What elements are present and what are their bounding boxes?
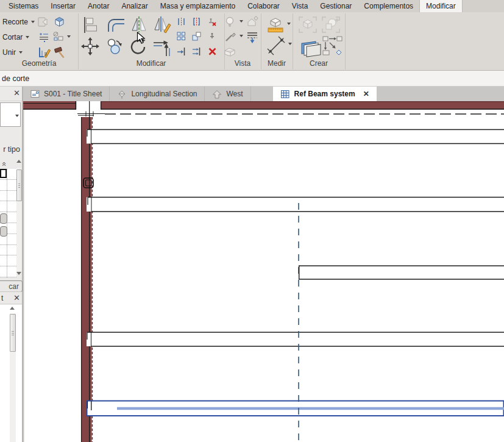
edit-type-button[interactable]: r tipo [3,145,20,154]
measure-button[interactable] [266,15,285,34]
unpin-button[interactable] [207,17,217,26]
move-button[interactable] [80,37,100,56]
view-tab-label: Longitudinal Section [131,90,197,98]
chevron-down-icon[interactable] [240,35,243,37]
parallel-walls-icon [299,35,322,57]
view-tab-west[interactable]: West [205,87,250,101]
create-similar-button[interactable] [321,15,341,34]
wall-section-top-left[interactable] [23,101,76,110]
offset-button[interactable] [106,16,127,34]
wall-section-top-right[interactable] [101,101,504,110]
level-line[interactable] [77,112,504,117]
selected-cell[interactable] [0,169,7,178]
move-icon [80,37,100,56]
scale-icon [192,32,201,41]
delete-button[interactable] [208,47,217,56]
copy-button[interactable] [106,38,124,56]
cell-button[interactable] [0,226,7,237]
beam-1[interactable] [87,130,504,144]
browser-scrollbar[interactable] [10,313,16,442]
grid-scrollbar[interactable] [16,168,22,271]
scale-button[interactable] [192,32,201,41]
beam-4[interactable] [87,332,504,346]
trim-extend-multiple-button[interactable] [192,47,201,56]
tab-colaborar[interactable]: Colaborar [241,0,286,12]
align-icon [82,16,100,34]
tab-analizar[interactable]: Analizar [115,0,154,12]
tab-insertar[interactable]: Insertar [44,0,82,12]
dimension-text-icon [38,31,50,42]
dimension-button[interactable] [266,35,286,56]
copy-monitor-button[interactable] [52,31,65,42]
override-graphics-button[interactable] [224,30,236,43]
scroll-down-button[interactable] [16,272,21,275]
mirror-draw-icon [152,15,172,34]
scroll-up-button[interactable] [16,160,21,163]
render-button[interactable] [246,15,259,29]
trim-extend-multiple-icon [192,47,201,56]
tab-masa-y-emplazamiento[interactable]: Masa y emplazamiento [154,0,241,12]
chevron-down-icon[interactable] [15,115,19,117]
beam-2[interactable] [87,198,504,212]
mirror-draw-axis-button[interactable] [152,15,172,34]
tab-vista[interactable]: Vista [286,0,314,12]
copy-monitor-icon [52,31,65,42]
scroll-up-button[interactable] [10,307,15,310]
project-browser-header: t ✕ [0,291,22,304]
linework-button[interactable] [246,30,259,44]
tab-complementos[interactable]: Complementos [358,0,419,12]
paste-button[interactable] [37,16,49,28]
close-properties-icon[interactable]: ✕ [13,89,20,98]
chevron-down-icon[interactable] [67,35,71,38]
drawing-canvas[interactable] [23,101,504,442]
array-button[interactable] [177,32,186,41]
selected-beam-system[interactable] [87,401,504,416]
unir-button[interactable]: Unir [2,46,23,59]
lightbulb-icon [224,16,236,28]
align-button[interactable] [82,16,100,34]
wall-assembly-button[interactable] [299,35,322,57]
trim-extend-single-button[interactable] [177,47,186,56]
scrollbar-thumb[interactable] [10,314,16,352]
split-with-gap-button[interactable] [192,17,201,26]
mouse-cursor [137,32,146,47]
split-gap-icon [192,17,201,26]
scrollbar-thumb[interactable] [16,169,22,201]
measure-arrow-icon [266,35,286,56]
beam-system-create-button[interactable] [322,35,344,56]
toggle-reveal-button[interactable] [224,16,236,28]
chevron-down-icon[interactable] [288,43,292,45]
view-tab-title-sheet[interactable]: S001 - Title Sheet [23,87,110,101]
close-browser-icon[interactable]: ✕ [13,294,20,302]
collapse-all-icon[interactable]: « [0,162,9,165]
split-element-button[interactable] [177,17,186,26]
demolish-button[interactable] [54,46,66,59]
recorte-button[interactable]: Recorte [2,16,35,28]
beam-3-right[interactable] [299,266,504,279]
cut-geometry-button[interactable] [53,15,66,28]
pin-button[interactable] [208,32,216,41]
tab-sistemas[interactable]: Sistemas [2,0,44,12]
close-view-icon[interactable]: ✕ [363,90,369,98]
view-tab-longitudinal-section[interactable]: Longitudinal Section [110,87,205,101]
apply-button[interactable]: car [0,280,23,292]
cell-button[interactable] [0,213,7,224]
dimension-override-button[interactable] [38,31,50,42]
selection-box-button[interactable] [223,46,236,58]
create-group-button[interactable] [297,15,318,34]
view-box-icon [223,46,236,58]
view-tab-ref-beam-system[interactable]: Ref Beam system ✕ [273,87,377,101]
chevron-down-icon[interactable] [287,23,291,25]
tab-anotar[interactable]: Anotar [82,0,115,12]
edit-boundary-button[interactable] [37,45,51,60]
parameter-grid[interactable] [0,169,16,277]
drawing-area[interactable] [23,101,504,442]
tab-gestionar[interactable]: Gestionar [314,0,358,12]
wall-vertical[interactable] [81,117,92,442]
render-house-icon [246,15,259,29]
trim-extend-corner-button[interactable] [151,35,173,57]
chevron-down-icon[interactable] [240,20,243,23]
tab-modificar[interactable]: Modificar [419,0,463,12]
paintbrush-icon [224,30,236,43]
cortar-button[interactable]: Cortar [2,31,29,43]
